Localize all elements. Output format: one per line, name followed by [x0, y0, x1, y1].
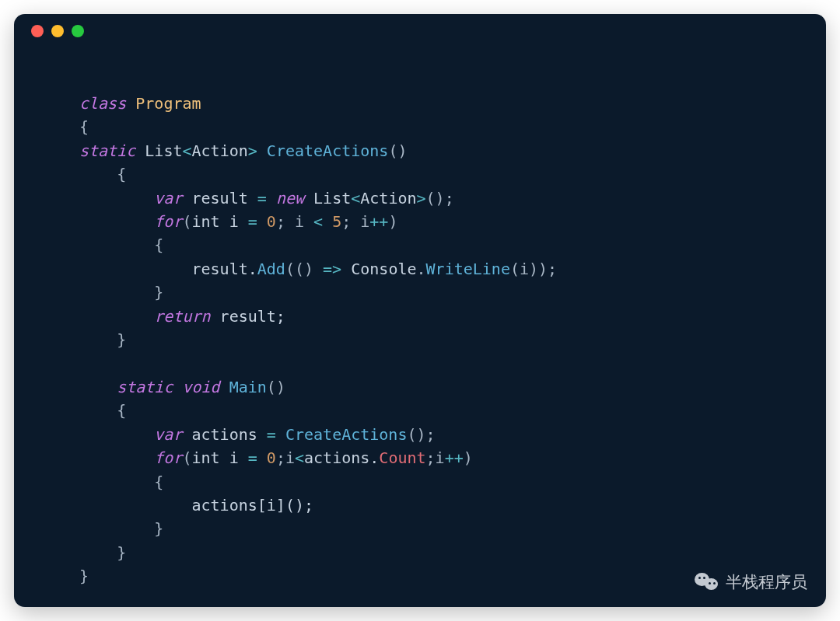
minimize-dot-icon: [51, 25, 64, 37]
watermark: 半栈程序员: [695, 571, 807, 593]
zoom-dot-icon: [72, 25, 84, 37]
wechat-icon: [695, 571, 721, 593]
titlebar: [14, 14, 826, 48]
code-window: class Program { static List<Action> Crea…: [14, 14, 826, 607]
watermark-text: 半栈程序员: [726, 571, 807, 593]
code-content: class Program { static List<Action> Crea…: [79, 92, 826, 588]
close-dot-icon: [31, 25, 44, 37]
code-block: class Program { static List<Action> Crea…: [14, 48, 826, 588]
